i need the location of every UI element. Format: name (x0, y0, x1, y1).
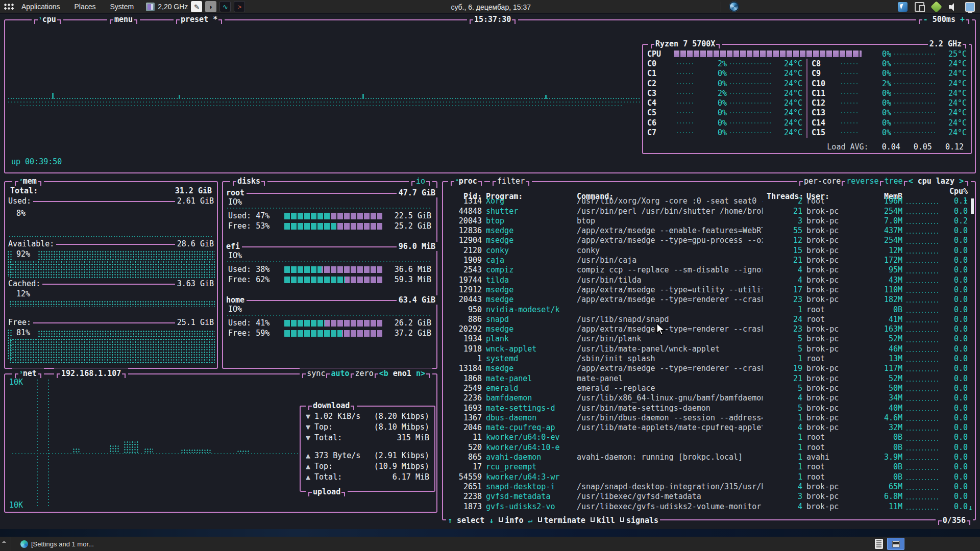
process-row[interactable]: 17 rcu_preempt 1 root 0B 0.0 (443, 462, 975, 472)
select-button[interactable]: select (457, 516, 484, 525)
process-row[interactable]: 20443 msedge /app/extra/msedge --type=re… (443, 295, 975, 305)
net-zero-button[interactable]: zero (355, 369, 374, 378)
process-row[interactable]: 1868 mate-panel mate-panel 21 brok-pc 52… (443, 374, 975, 384)
disk-used-row: Used: 41% 26.2 GiB (223, 318, 436, 328)
proc-scroll-down-icon[interactable]: ↓ (968, 503, 973, 512)
disk-name-row: home63.4 GiB (224, 295, 437, 305)
shutter-tray-icon[interactable] (729, 2, 739, 12)
process-row[interactable]: 1367 dbus-daemon /usr/bin/dbus-daemon --… (443, 413, 975, 423)
core-usage-graph (841, 93, 859, 94)
process-row[interactable]: 865 avahi-daemon avahi-daemon: running [… (443, 453, 975, 462)
process-row[interactable]: 12912 msedge /app/extra/msedge --type=ut… (443, 285, 975, 295)
interval-decrease-button[interactable]: - (923, 15, 928, 24)
select-down-key[interactable]: ↓ (489, 516, 494, 525)
process-row[interactable]: 1873 gvfs-udisks2-vo /usr/libexec/gvfs-u… (443, 502, 975, 512)
remote-display-tray-icon[interactable] (915, 2, 924, 12)
process-row[interactable]: 2543 compiz compiz ccp --replace --sm-di… (443, 265, 975, 275)
process-row[interactable]: 2651 snapd-desktop-i /snap/snapd-desktop… (443, 482, 975, 492)
terminal-launcher-icon[interactable]: > (234, 1, 245, 12)
process-row[interactable]: 520 kworker/u64:10-e 1 root 0B 0.0 (443, 443, 975, 453)
proc-sort-field[interactable]: cpu lazy (918, 177, 954, 186)
process-cpu-graph (906, 479, 939, 480)
process-row[interactable]: 2046 mate-cpufreq-ap /usr/lib/mate-apple… (443, 423, 975, 433)
net-auto-button[interactable]: auto (331, 369, 349, 378)
notes-applet-icon[interactable]: ✎ (191, 1, 202, 12)
mate-menu-icon[interactable] (3, 3, 14, 11)
kill-button[interactable]: kill (597, 516, 615, 525)
net-sync-button[interactable]: sync (307, 369, 325, 378)
cpu-core-row: C13 0% 24°C (807, 108, 971, 118)
upload-title: upload (306, 487, 348, 497)
tilda-launcher-icon[interactable]: ∿ (219, 1, 231, 12)
cpu-core-row: C15 0% 24°C (807, 128, 971, 137)
core-temp-graph (894, 93, 937, 94)
cpu-cores-left-column: C0 2% 24°C C1 0% 24°C C2 0% 24°C C3 2% 2… (643, 59, 806, 137)
process-row[interactable]: 20043 btop btop 3 brok-pc 7.0M 0.2 (443, 216, 975, 226)
net-next-iface-button[interactable]: n> (416, 369, 425, 378)
core-usage-graph (841, 63, 859, 64)
process-row[interactable]: 2236 bamfdaemon /usr/lib/x86_64-linux-gn… (443, 393, 975, 403)
proc-sort-next-button[interactable]: > (959, 177, 964, 186)
preset-button[interactable]: preset * (174, 14, 225, 24)
proc-reverse-button[interactable]: reverse (846, 177, 878, 186)
process-row[interactable]: 54559 kworker/u64:3-wr 1 root 0B 0.0 (443, 472, 975, 482)
process-row[interactable]: 2238 gvfsd-metadata /usr/libexec/gvfsd-m… (443, 492, 975, 502)
process-row[interactable]: 1909 caja /usr/bin/caja 21 brok-pc 172M … (443, 256, 975, 265)
process-row[interactable]: 1934 plank /usr/bin/plank 5 brok-pc 52M … (443, 334, 975, 344)
process-row[interactable]: 1 systemd /sbin/init splash 1 root 13M 0… (443, 354, 975, 364)
active-terminal-task-button[interactable] (887, 538, 904, 550)
taskbar-right-icons (875, 538, 904, 550)
interval-increase-button[interactable]: + (960, 15, 965, 24)
scroll-tray-icon[interactable] (875, 539, 883, 549)
cpu-cores-right-column: C8 0% 24°C C9 0% 24°C C10 2% 24°C C11 0%… (807, 59, 971, 137)
menu-applications[interactable]: Applications (14, 0, 67, 13)
process-row[interactable]: 1693 mate-settings-d /usr/bin/mate-setti… (443, 404, 975, 413)
signals-button[interactable]: signals (626, 516, 658, 525)
process-row[interactable]: 886 snapd /usr/lib/snapd/snapd 24 root 4… (443, 315, 975, 324)
terminate-button[interactable]: terminate (544, 516, 585, 525)
select-up-key[interactable]: ↑ (448, 516, 452, 525)
process-row[interactable]: 12836 msedge /app/extra/msedge --enable-… (443, 226, 975, 236)
screenshot-applet-icon[interactable]: ◗ (205, 1, 216, 12)
emerald-tray-icon[interactable] (930, 1, 942, 13)
menu-system[interactable]: System (103, 0, 141, 13)
cpu-detail-box: Ryzen 7 5700X 2.2 GHz CPU 0% 25°C C0 2% … (642, 44, 972, 154)
process-cpu-graph (906, 440, 939, 441)
menu-places[interactable]: Places (67, 0, 103, 13)
process-row[interactable]: 11 kworker/u64:0-ev 1 root 0B 0.0 (443, 433, 975, 442)
info-button[interactable]: info (505, 516, 523, 525)
disks-box: disks io root47.7 GiB IO% Used: 47% 22.5… (222, 181, 437, 369)
proc-percore-button[interactable]: per-core (804, 177, 841, 186)
taskbar-window-item[interactable]: [Settings and 1 mor... (15, 538, 99, 550)
proc-sort-prev-button[interactable]: < (909, 177, 913, 186)
process-row[interactable]: 1314 Xorg /usr/lib/xorg/Xorg -core :0 -s… (443, 196, 975, 206)
process-cpu-graph (906, 390, 939, 391)
direction-arrow-icon: ▼ (306, 433, 310, 442)
cpu-graph-spike (545, 95, 547, 99)
process-row[interactable]: 19744 tilda /usr/bin/tilda 4 brok-pc 43M… (443, 276, 975, 285)
proc-scrollbar-thumb[interactable] (971, 198, 974, 214)
volume-tray-icon[interactable] (948, 2, 958, 12)
process-row[interactable]: 950 nvidia-modeset/k 1 root 0B 0.0 (443, 305, 975, 315)
proc-filter-button[interactable]: filter (490, 176, 532, 186)
menu-button[interactable]: menu (107, 14, 140, 24)
process-row[interactable]: 1918 wnck-applet /usr/lib/mate-panel/wnc… (443, 344, 975, 354)
process-row[interactable]: 2120 conky conky 15 brok-pc 12M 0.0 (443, 246, 975, 256)
net-prev-iface-button[interactable]: <b (379, 369, 388, 378)
proc-tree-button[interactable]: tree (885, 177, 903, 186)
process-row[interactable]: 44848 shutter /usr/bin/perl /usr/bin/shu… (443, 207, 975, 216)
disk-free-row: Free: 53% 25.2 GiB (223, 221, 436, 231)
process-cpu-graph (906, 351, 939, 352)
process-row[interactable]: 2549 emerald emerald --replace 5 brok-pc… (443, 384, 975, 393)
disks-io-toggle[interactable]: io (409, 176, 432, 186)
process-row[interactable]: 20292 msedge /app/extra/msedge --type=re… (443, 324, 975, 334)
show-desktop-button[interactable] (0, 537, 11, 551)
process-row[interactable]: 12904 msedge /app/extra/msedge --type=gp… (443, 236, 975, 245)
computer-tray-icon[interactable] (965, 2, 975, 12)
uptime-label: up 00:39:50 (11, 157, 62, 166)
process-cpu-graph (906, 302, 939, 303)
process-row[interactable]: 13184 msedge /app/extra/msedge --type=re… (443, 364, 975, 373)
panel-clock[interactable]: суб., 6. децембар, 15:37 (451, 0, 531, 14)
kvm-tray-icon[interactable] (898, 2, 908, 12)
mem-available-fill (38, 251, 215, 260)
